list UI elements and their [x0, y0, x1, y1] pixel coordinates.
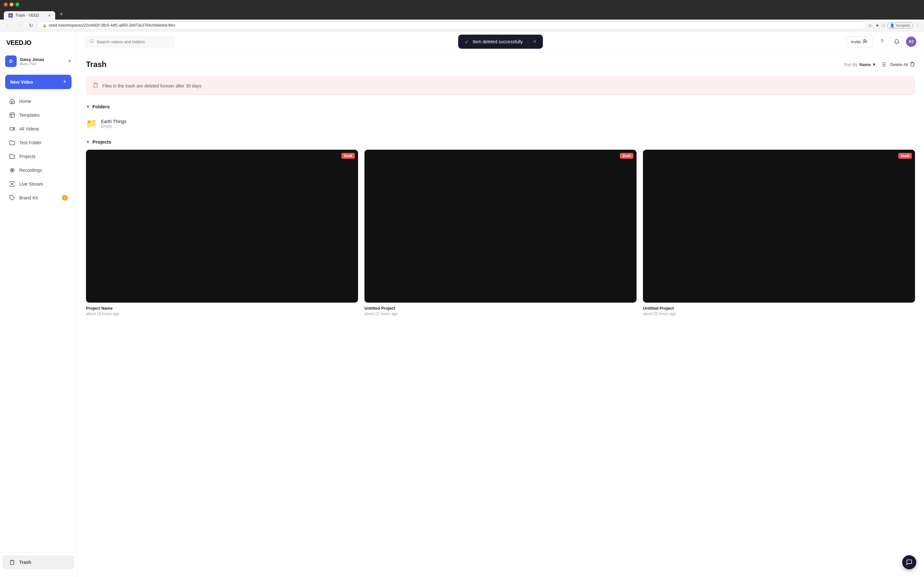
sidebar-item-home[interactable]: Home — [3, 95, 74, 108]
check-icon: ✓ — [465, 39, 469, 45]
sidebar-item-label: Live Stream — [19, 181, 43, 187]
project-time: about 22 hours ago — [643, 311, 915, 316]
bookmark-icon[interactable]: ★ — [875, 23, 879, 28]
folders-toggle-button[interactable]: ▼ — [86, 105, 90, 109]
invite-button[interactable]: Invite — [846, 36, 873, 47]
sidebar-item-brand-kit[interactable]: Brand Kit + — [3, 191, 74, 205]
page-title: Trash — [86, 60, 107, 69]
chevron-down-icon: ▼ — [872, 62, 876, 67]
project-card[interactable]: Draft Untitled Project about 22 hours ag… — [643, 150, 915, 316]
user-avatar-button[interactable]: A2 — [906, 37, 916, 47]
browser-action-bar: ▷ ★ □ 👤 Incognito ⋮ — [869, 23, 920, 29]
search-box[interactable] — [85, 36, 174, 47]
menu-button[interactable]: ⋮ — [916, 23, 920, 28]
help-button[interactable]: ? — [877, 36, 887, 47]
svg-point-6 — [90, 39, 93, 42]
project-name: Untitled Project — [643, 306, 915, 311]
sidebar-item-label: All Videos — [19, 126, 39, 131]
brand-kit-icon — [9, 195, 15, 201]
project-name: Project Name — [86, 306, 358, 311]
svg-point-4 — [11, 183, 13, 185]
url-text: veed.io/workspaces/22ce6d2f-38c5-4df1-a8… — [49, 23, 175, 27]
back-button[interactable]: ← — [4, 22, 13, 29]
active-tab[interactable]: V Trash - VEED × — [4, 11, 55, 19]
content-area: Trash Sort By Name ▼ Delete All — [77, 52, 924, 577]
user-name: Daisy Jonas — [20, 57, 65, 62]
logo: VEED.IO — [0, 37, 77, 53]
user-info: Daisy Jonas Basic Plan — [20, 57, 65, 66]
sidebar-bottom: Trash — [0, 552, 77, 572]
new-tab-button[interactable]: + — [57, 9, 66, 19]
toast-close-button[interactable]: × — [533, 39, 536, 45]
sidebar-item-all-videos[interactable]: All Videos — [3, 122, 74, 135]
template-icon — [9, 112, 15, 118]
extension-icon[interactable]: □ — [882, 23, 885, 28]
project-badge: Draft — [341, 153, 355, 159]
search-input[interactable] — [97, 39, 170, 44]
cast-icon[interactable]: ▷ — [869, 23, 873, 28]
minimize-button[interactable] — [10, 3, 13, 6]
svg-point-3 — [11, 169, 13, 171]
project-card[interactable]: Draft Project Name about 19 hours ago — [86, 150, 358, 316]
svg-point-7 — [864, 39, 865, 41]
avatar: D — [5, 55, 17, 67]
invite-label: Invite — [851, 39, 861, 44]
incognito-badge: 👤 Incognito — [887, 23, 913, 29]
video-icon — [9, 126, 15, 132]
folders-section-title: Folders — [92, 104, 110, 109]
folder-icon — [9, 139, 15, 146]
new-video-button[interactable]: New Video + — [5, 75, 71, 89]
topbar-actions: Invite ? A2 — [846, 36, 916, 47]
project-card[interactable]: Draft Untitled Project about 22 hours ag… — [365, 150, 636, 316]
view-toggle-button[interactable] — [880, 61, 887, 68]
sort-control[interactable]: Sort By Name ▼ — [844, 62, 876, 67]
sidebar-item-label: Brand Kit — [19, 195, 38, 200]
sort-value-text: Name — [859, 62, 871, 67]
project-name: Untitled Project — [365, 306, 636, 311]
chat-support-button[interactable] — [902, 555, 916, 569]
svg-rect-0 — [10, 113, 15, 117]
svg-rect-1 — [10, 127, 13, 130]
live-stream-icon — [9, 181, 15, 187]
sidebar-item-label: Test Folder — [19, 140, 41, 145]
sidebar-item-test-folder[interactable]: Test Folder — [3, 136, 74, 149]
delete-all-button[interactable]: Delete All — [890, 61, 915, 68]
projects-icon — [9, 153, 15, 160]
folder-icon: 📁 — [86, 118, 97, 129]
projects-toggle-button[interactable]: ▼ — [86, 140, 90, 144]
sort-value: Name ▼ — [859, 62, 876, 67]
sidebar-item-templates[interactable]: Templates — [3, 108, 74, 122]
reload-button[interactable]: ↻ — [27, 22, 35, 29]
trash-label: Trash — [19, 560, 31, 565]
folders-section-header: ▼ Folders — [86, 104, 915, 109]
project-time: about 19 hours ago — [86, 311, 358, 316]
main-area: ✓ Item deleted successfully × Invite ? A… — [77, 31, 924, 577]
sidebar-item-recordings[interactable]: Recordings — [3, 163, 74, 177]
user-plan: Basic Plan — [20, 62, 65, 66]
sidebar-item-trash[interactable]: Trash — [3, 556, 74, 569]
search-icon — [89, 39, 94, 45]
project-badge: Draft — [620, 153, 633, 159]
tab-close-button[interactable]: × — [48, 13, 51, 18]
maximize-button[interactable] — [15, 3, 19, 6]
sort-label: Sort By — [844, 62, 858, 67]
folder-item[interactable]: 📁 Earth Things Empty — [86, 114, 915, 133]
notifications-button[interactable] — [891, 36, 902, 47]
close-button[interactable] — [4, 3, 8, 6]
folders-list: 📁 Earth Things Empty — [86, 114, 915, 133]
nav-section: Home Templates All Videos Test Folder — [0, 94, 77, 552]
sidebar-item-label: Home — [19, 99, 31, 104]
toast-divider — [528, 39, 528, 45]
topbar: ✓ Item deleted successfully × Invite ? A… — [77, 31, 924, 52]
user-section[interactable]: D Daisy Jonas Basic Plan ▼ — [0, 53, 77, 72]
project-time: about 22 hours ago — [365, 311, 636, 316]
chevron-down-icon: ▼ — [68, 59, 71, 63]
sidebar-item-projects[interactable]: Projects — [3, 150, 74, 163]
projects-grid: Draft Project Name about 19 hours ago Dr… — [86, 150, 915, 316]
tab-title: Trash - VEED — [15, 13, 39, 18]
project-thumbnail: Draft — [643, 150, 915, 303]
sidebar-item-live-stream[interactable]: Live Stream — [3, 177, 74, 191]
address-bar[interactable]: 🔒 veed.io/workspaces/22ce6d2f-38c5-4df1-… — [37, 21, 867, 29]
forward-button[interactable]: → — [15, 22, 24, 29]
plus-icon: + — [63, 79, 66, 85]
